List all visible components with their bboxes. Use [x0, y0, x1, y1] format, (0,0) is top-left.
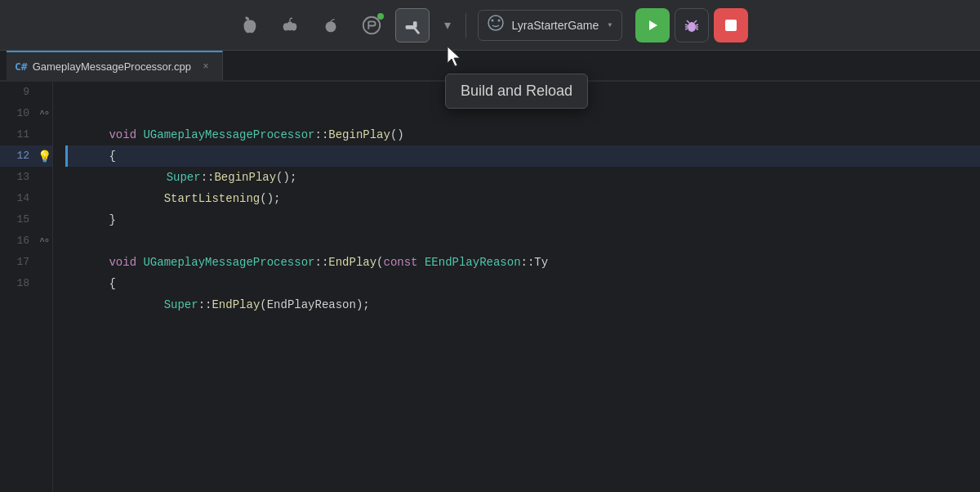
keyword-const-16: const — [384, 256, 425, 269]
code-line-18: Super::EndPlay(EndPlayReason); — [68, 273, 980, 294]
gutter-row-14: 14 — [0, 188, 52, 209]
punc-16c: ::Ty — [521, 256, 549, 269]
punc-16b: ( — [376, 256, 383, 269]
tab-bar: C# GameplayMessageProcessor.cpp × — [0, 51, 980, 82]
line-number-17: 17 — [0, 252, 36, 273]
line-number-13: 13 — [0, 167, 36, 188]
class-eendplayreason-16: EEndPlayReason — [425, 256, 521, 269]
brace-close-14: } — [109, 213, 115, 226]
tab-filename: GameplayMessageProcessor.cpp — [33, 60, 191, 73]
run-icon — [644, 17, 661, 34]
svg-point-4 — [326, 21, 336, 32]
svg-line-14 — [687, 20, 689, 23]
gutter-row-16: 16 ^o — [0, 230, 52, 252]
punc-13: (); — [260, 192, 280, 205]
bug-icon — [683, 16, 701, 34]
punc-10b: () — [390, 128, 404, 141]
keyword-void-16: void — [109, 256, 143, 269]
apple-icon-button[interactable] — [232, 8, 266, 42]
toolbar: ▾ LyraStarterGame ▾ — [0, 0, 980, 51]
svg-line-21 — [696, 29, 698, 29]
fruit-icon-button[interactable] — [314, 8, 348, 42]
code-line-16: void UGameplayMessageProcessor::EndPlay(… — [68, 230, 980, 252]
gutter-row-18: 18 — [0, 273, 52, 294]
pumpkin-icon-button[interactable] — [273, 8, 307, 42]
svg-point-9 — [488, 16, 503, 30]
keyword-void-10: void — [109, 128, 143, 141]
svg-point-10 — [492, 20, 494, 22]
fn-endplay-18: EndPlay — [212, 298, 260, 311]
svg-point-11 — [498, 20, 501, 22]
run-config-icon — [487, 14, 505, 36]
fn-beginplay-10: BeginPlay — [328, 128, 390, 141]
class-super-18: Super — [164, 298, 198, 311]
tab-close-button[interactable]: × — [199, 60, 212, 73]
line-indicator-16: ^o — [36, 236, 52, 246]
fn-beginplay-12: BeginPlay — [214, 171, 276, 184]
line-number-10: 10 — [0, 103, 36, 124]
svg-rect-7 — [413, 21, 417, 27]
code-line-15 — [68, 209, 980, 230]
line-number-gutter: 9 10 ^o 11 12 💡 13 14 15 16 ^o — [0, 82, 53, 492]
punc-16a: :: — [314, 256, 328, 269]
tab-file-icon: C# — [15, 60, 28, 73]
svg-line-16 — [685, 25, 688, 25]
pumpkin-icon — [279, 15, 301, 36]
indent-13 — [109, 192, 163, 205]
apple-icon — [238, 15, 260, 36]
line-number-16: 16 — [0, 230, 36, 252]
toolbar-dropdown-button[interactable]: ▾ — [436, 8, 459, 42]
class-name-16: UGameplayMessageProcessor — [143, 256, 314, 269]
gutter-row-10: 10 ^o — [0, 103, 52, 124]
run-button[interactable] — [635, 8, 670, 42]
gutter-row-13: 13 — [0, 167, 52, 188]
gutter-row-11: 11 — [0, 124, 52, 145]
gutter-row-9: 9 — [0, 82, 52, 103]
code-area: 9 10 ^o 11 12 💡 13 14 15 16 ^o — [0, 82, 980, 492]
line-number-14: 14 — [0, 188, 36, 209]
svg-line-15 — [694, 20, 697, 23]
gutter-row-17: 17 — [0, 252, 52, 273]
svg-line-18 — [685, 29, 688, 29]
svg-line-8 — [415, 28, 419, 33]
toolbar-right — [635, 8, 748, 42]
indent-18 — [109, 298, 163, 311]
code-line-12: Super::BeginPlay(); — [65, 145, 980, 167]
gutter-row-12: 12 💡 — [0, 145, 52, 167]
punc-10a: :: — [314, 128, 328, 141]
stop-button[interactable] — [714, 8, 748, 42]
fn-endplay-16: EndPlay — [328, 256, 376, 269]
line-number-11: 11 — [0, 124, 36, 145]
run-config-arrow: ▾ — [607, 19, 612, 31]
svg-rect-22 — [725, 20, 737, 31]
line-indicator-12: 💡 — [36, 150, 52, 163]
code-line-9 — [68, 82, 980, 103]
line-number-18: 18 — [0, 273, 36, 294]
chevron-down-icon: ▾ — [444, 17, 451, 33]
line-number-15: 15 — [0, 209, 36, 230]
run-config-name: LyraStarterGame — [511, 19, 599, 32]
punc-12b: (); — [276, 171, 296, 184]
class-name-10: UGameplayMessageProcessor — [143, 128, 314, 141]
param-endplayreason-18: EndPlayReason — [267, 298, 356, 311]
toolbar-separator-1 — [466, 13, 466, 38]
brace-open-17: { — [109, 277, 115, 290]
build-reload-icon — [402, 15, 423, 36]
unreal-badge — [377, 13, 384, 20]
punc-18a: :: — [198, 298, 212, 311]
line-indicator-10: ^o — [36, 109, 52, 119]
build-reload-button[interactable] — [395, 8, 430, 42]
stop-icon — [724, 18, 738, 33]
class-super-12: Super — [167, 171, 201, 184]
punc-18b: ( — [260, 298, 266, 311]
toolbar-icons-left: ▾ — [232, 8, 459, 42]
punc-12a: :: — [201, 171, 215, 184]
fn-startlistening-13: StartListening — [164, 192, 261, 205]
code-editor-content: void UGameplayMessageProcessor::BeginPla… — [53, 82, 980, 492]
debug-button[interactable] — [675, 8, 709, 42]
run-config-selector[interactable]: LyraStarterGame ▾ — [478, 10, 621, 41]
unreal-icon-button[interactable] — [354, 8, 389, 42]
line-number-12: 12 — [0, 145, 36, 167]
tab-gameplay-message-processor[interactable]: C# GameplayMessageProcessor.cpp × — [7, 51, 223, 80]
fruit-icon — [320, 15, 341, 36]
